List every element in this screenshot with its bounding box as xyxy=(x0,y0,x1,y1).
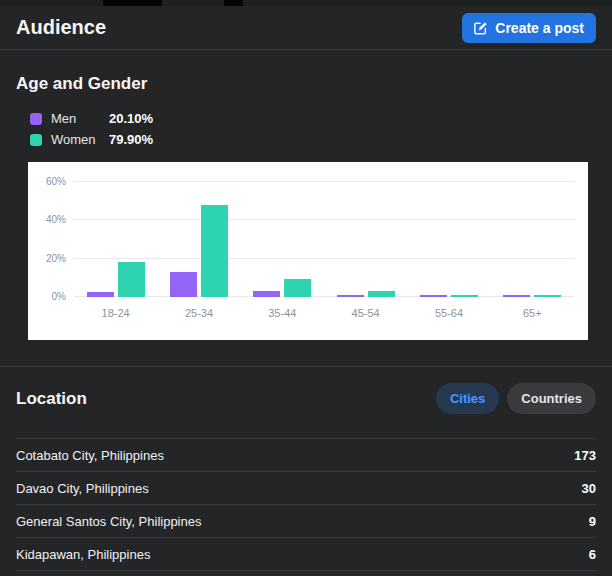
chart-group-25-34: 25-34 xyxy=(170,182,228,297)
bar-women-45-54 xyxy=(368,291,395,297)
location-row: Kidapawan, Philippines6 xyxy=(16,537,596,570)
location-tab-countries[interactable]: Countries xyxy=(507,383,596,414)
chart-xtick-label: 18-24 xyxy=(102,307,130,319)
location-row: General Santos City, Philippines9 xyxy=(16,504,596,537)
bar-men-18-24 xyxy=(87,292,114,297)
chart-group-55-64: 55-64 xyxy=(420,182,478,297)
chart-group-45-54: 45-54 xyxy=(337,182,395,297)
location-value: 6 xyxy=(589,547,596,562)
location-value: 9 xyxy=(589,514,596,529)
tab-strip-segment xyxy=(103,0,162,6)
chart-group-65+: 65+ xyxy=(503,182,561,297)
legend-value: 20.10% xyxy=(109,111,153,126)
bar-women-65+ xyxy=(534,295,561,297)
chart-plot-area: 18-2425-3435-4445-5455-6465+ xyxy=(74,182,574,297)
chart-y-axis: 0%20%40%60% xyxy=(28,182,74,297)
audience-page: Audience Create a post Age and Gender Me… xyxy=(0,0,612,576)
location-label: Kidapawan, Philippines xyxy=(16,547,150,562)
age-gender-heading: Age and Gender xyxy=(16,74,596,94)
bar-men-35-44 xyxy=(253,291,280,297)
legend-value: 79.90% xyxy=(109,132,153,147)
location-label: Davao City, Philippines xyxy=(16,481,149,496)
location-tabs: CitiesCountries xyxy=(436,383,596,414)
chart-xtick-label: 45-54 xyxy=(352,307,380,319)
chart-legend: Men 20.10% Women 79.90% xyxy=(30,108,612,150)
age-gender-chart: 0%20%40%60% 18-2425-3435-4445-5455-6465+ xyxy=(28,162,588,340)
location-value: 173 xyxy=(574,448,596,463)
location-label: Cotabato City, Philippines xyxy=(16,448,164,463)
legend-item-women: Women 79.90% xyxy=(30,129,612,150)
chart-ytick-label: 0% xyxy=(52,291,66,302)
tab-strip-segment xyxy=(224,0,243,6)
chart-group-18-24: 18-24 xyxy=(87,182,145,297)
legend-label: Women xyxy=(51,132,109,147)
chart-xtick-label: 25-34 xyxy=(185,307,213,319)
bar-women-35-44 xyxy=(284,279,311,297)
bar-men-65+ xyxy=(503,295,530,297)
chart-ytick-label: 20% xyxy=(46,253,66,264)
bar-men-25-34 xyxy=(170,272,197,297)
chart-xtick-label: 65+ xyxy=(523,307,542,319)
chart-xtick-label: 35-44 xyxy=(268,307,296,319)
bar-women-55-64 xyxy=(451,295,478,297)
location-tab-cities[interactable]: Cities xyxy=(436,383,499,414)
bar-women-18-24 xyxy=(118,262,145,297)
location-list: Cotabato City, Philippines173Davao City,… xyxy=(0,438,612,576)
chart-ytick-label: 40% xyxy=(46,214,66,225)
location-row: Davao City, Philippines30 xyxy=(16,471,596,504)
men-color-swatch xyxy=(30,113,42,125)
bar-women-25-34 xyxy=(201,205,228,297)
page-header: Audience Create a post xyxy=(0,6,612,50)
bar-men-55-64 xyxy=(420,295,447,297)
chart-ytick-label: 60% xyxy=(46,176,66,187)
edit-pencil-icon xyxy=(474,21,488,35)
location-heading: Location xyxy=(16,389,87,409)
location-label: General Santos City, Philippines xyxy=(16,514,201,529)
legend-item-men: Men 20.10% xyxy=(30,108,612,129)
create-post-button[interactable]: Create a post xyxy=(462,13,596,43)
location-value: 30 xyxy=(582,481,596,496)
chart-xtick-label: 55-64 xyxy=(435,307,463,319)
chart-group-35-44: 35-44 xyxy=(253,182,311,297)
bar-men-45-54 xyxy=(337,295,364,297)
page-title: Audience xyxy=(16,16,106,39)
location-row: Cotabato City, Philippines173 xyxy=(16,438,596,471)
chart-groups: 18-2425-3435-4445-5455-6465+ xyxy=(74,182,574,297)
location-header: Location CitiesCountries xyxy=(0,367,612,438)
legend-label: Men xyxy=(51,111,109,126)
top-tab-strip xyxy=(0,0,612,6)
create-post-label: Create a post xyxy=(495,20,584,36)
location-row: Lumban, Philippines5 xyxy=(16,570,596,576)
women-color-swatch xyxy=(30,134,42,146)
